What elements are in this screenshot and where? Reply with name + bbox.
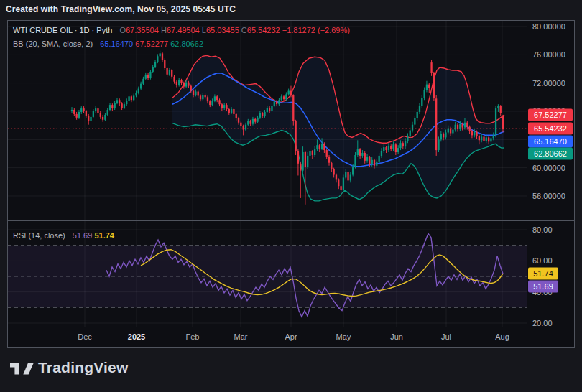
- symbol-legend: WTI CRUDE OIL · 1D · Pyth O67.35504 H67.…: [13, 26, 350, 34]
- candle-body: [285, 94, 287, 99]
- candle-body: [204, 95, 205, 97]
- candle-body: [443, 134, 444, 138]
- candle-body: [321, 144, 323, 149]
- candle-body: [323, 144, 325, 150]
- candle-body: [119, 100, 120, 103]
- candle-body: [366, 157, 368, 161]
- price-tag: 65.16470: [528, 135, 573, 147]
- candle-body: [211, 101, 213, 105]
- candle-body: [231, 109, 232, 113]
- candle-body: [471, 131, 473, 136]
- rsi-values: 51.69 51.74: [73, 231, 114, 240]
- candle-body: [236, 114, 237, 118]
- candle-body: [493, 135, 494, 138]
- price-axis-label: 76.00000: [532, 50, 565, 59]
- candle-body: [160, 53, 161, 56]
- candle-body: [414, 118, 415, 125]
- candle-body: [90, 117, 91, 121]
- rsi-axis-label: 20.00: [532, 319, 553, 327]
- candle-body: [302, 152, 303, 171]
- candle-body: [274, 101, 275, 106]
- candle-body: [200, 95, 201, 99]
- candle-body: [428, 85, 430, 88]
- candle-body: [402, 143, 404, 146]
- candle-body: [345, 172, 346, 178]
- watermark-text: Created with TradingView.com, Nov 05, 20…: [6, 4, 236, 14]
- candle-body: [452, 130, 453, 134]
- candle-body: [104, 115, 106, 120]
- candle-body: [347, 172, 348, 181]
- candle-body: [423, 90, 425, 98]
- candle-body: [202, 95, 203, 99]
- candle-body: [162, 53, 163, 60]
- candle-body: [238, 118, 239, 123]
- candle-body: [257, 118, 258, 122]
- ohlc-value: 65.54232: [247, 26, 282, 34]
- candle-body: [214, 96, 216, 101]
- time-axis-label: Jun: [390, 332, 403, 341]
- candle-body: [78, 112, 80, 118]
- chart-canvas[interactable]: [7, 20, 575, 348]
- candle-body: [149, 72, 151, 78]
- time-axis-label: Jul: [441, 332, 451, 341]
- candle-body: [407, 136, 408, 141]
- time-axis-label: Aug: [495, 332, 509, 341]
- candle-body: [240, 123, 241, 126]
- candle-body: [309, 151, 310, 156]
- candle-body: [500, 106, 502, 113]
- symbol-title[interactable]: WTI CRUDE OIL · 1D · Pyth: [13, 26, 112, 34]
- candle-body: [95, 108, 96, 111]
- candle-body: [138, 89, 139, 93]
- candle-body: [226, 105, 227, 109]
- candle-body: [412, 125, 413, 131]
- candle-body: [483, 136, 484, 141]
- candle-body: [392, 144, 394, 149]
- rsi-tag: 51.69: [528, 280, 558, 292]
- candle-body: [216, 96, 218, 100]
- candle-body: [193, 91, 194, 95]
- candle-body: [166, 68, 167, 75]
- candle-body: [171, 70, 172, 77]
- price-tag: 62.80662: [528, 148, 573, 160]
- bb-values: 65.16470 67.52277 62.80662: [100, 39, 203, 48]
- rsi-axis-label: 60.00: [532, 256, 553, 265]
- candle-body: [259, 113, 261, 118]
- candle-body: [269, 108, 270, 111]
- candle-body: [476, 132, 477, 136]
- candle-body: [73, 110, 75, 114]
- rsi-title[interactable]: RSI (14, close): [13, 231, 65, 240]
- candle-body: [326, 150, 328, 157]
- candle-body: [395, 144, 397, 152]
- bb-legend: BB (20, SMA, close, 2) 65.16470 67.52277…: [13, 39, 203, 48]
- candle-body: [154, 62, 156, 67]
- rsi-value: 51.74: [94, 231, 114, 240]
- candle-body: [338, 179, 339, 186]
- ohlc-value: 67.35504: [126, 26, 161, 34]
- candle-body: [173, 77, 175, 82]
- candle-body: [164, 60, 165, 68]
- candle-body: [328, 157, 330, 163]
- candle-body: [195, 92, 196, 95]
- bb-title[interactable]: BB (20, SMA, close, 2): [13, 39, 93, 48]
- candle-body: [361, 153, 363, 156]
- tradingview-logo[interactable]: TradingView: [10, 358, 129, 376]
- candle-body: [331, 163, 332, 169]
- candle-body: [147, 75, 149, 78]
- candle-body: [278, 100, 280, 104]
- rsi-value: 51.69: [73, 231, 95, 240]
- candle-body: [114, 103, 116, 108]
- candle-body: [378, 156, 379, 162]
- time-axis-label: Mar: [234, 332, 248, 341]
- rsi-axis-label: 80.00: [532, 225, 553, 234]
- bb-value: 65.16470: [100, 39, 135, 48]
- candle-body: [410, 131, 411, 136]
- candle-body: [102, 117, 103, 120]
- candle-body: [183, 83, 185, 87]
- time-axis-label: 2025: [128, 332, 145, 341]
- candle-body: [445, 133, 446, 138]
- price-axis-label: 80.00000: [532, 22, 565, 31]
- candle-body: [100, 113, 101, 117]
- candle-body: [305, 152, 306, 167]
- candle-body: [430, 62, 432, 73]
- price-axis-label: 60.00000: [532, 164, 565, 172]
